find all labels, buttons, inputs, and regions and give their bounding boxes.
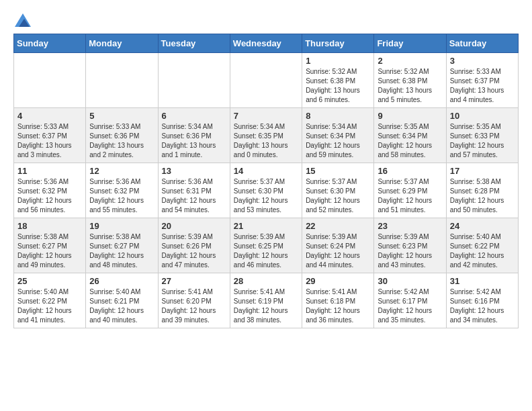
day-info: Sunrise: 5:33 AMSunset: 6:37 PMDaylight:… <box>17 122 82 160</box>
calendar-week-row-2: 4Sunrise: 5:33 AMSunset: 6:37 PMDaylight… <box>14 108 519 163</box>
calendar-cell: 29Sunrise: 5:41 AMSunset: 6:18 PMDayligh… <box>302 273 374 328</box>
calendar-cell: 1Sunrise: 5:32 AMSunset: 6:38 PMDaylight… <box>302 53 374 108</box>
calendar-cell: 31Sunrise: 5:42 AMSunset: 6:16 PMDayligh… <box>446 273 518 328</box>
day-info: Sunrise: 5:41 AMSunset: 6:20 PMDaylight:… <box>162 287 226 325</box>
day-number: 20 <box>162 221 226 231</box>
calendar-cell: 24Sunrise: 5:40 AMSunset: 6:22 PMDayligh… <box>446 218 518 273</box>
day-number: 7 <box>234 111 298 121</box>
calendar-cell: 23Sunrise: 5:39 AMSunset: 6:23 PMDayligh… <box>374 218 446 273</box>
day-number: 1 <box>306 56 370 66</box>
weekday-header-sunday: Sunday <box>14 34 86 53</box>
day-info: Sunrise: 5:37 AMSunset: 6:29 PMDaylight:… <box>378 177 442 215</box>
calendar-cell: 28Sunrise: 5:41 AMSunset: 6:19 PMDayligh… <box>230 273 302 328</box>
weekday-header-saturday: Saturday <box>446 34 518 53</box>
day-info: Sunrise: 5:42 AMSunset: 6:16 PMDaylight:… <box>450 287 515 325</box>
day-number: 30 <box>378 276 442 286</box>
calendar-table: SundayMondayTuesdayWednesdayThursdayFrid… <box>13 34 519 328</box>
calendar-cell: 20Sunrise: 5:39 AMSunset: 6:26 PMDayligh… <box>158 218 230 273</box>
day-info: Sunrise: 5:41 AMSunset: 6:18 PMDaylight:… <box>306 287 370 325</box>
day-number: 13 <box>162 166 226 176</box>
day-number: 3 <box>450 56 515 66</box>
calendar-cell: 11Sunrise: 5:36 AMSunset: 6:32 PMDayligh… <box>14 163 86 218</box>
day-info: Sunrise: 5:39 AMSunset: 6:26 PMDaylight:… <box>162 232 226 270</box>
calendar-cell: 16Sunrise: 5:37 AMSunset: 6:29 PMDayligh… <box>374 163 446 218</box>
day-number: 31 <box>450 276 515 286</box>
day-number: 25 <box>17 276 82 286</box>
day-number: 2 <box>378 56 442 66</box>
day-number: 22 <box>306 221 370 231</box>
day-info: Sunrise: 5:35 AMSunset: 6:33 PMDaylight:… <box>450 122 515 160</box>
calendar-cell: 27Sunrise: 5:41 AMSunset: 6:20 PMDayligh… <box>158 273 230 328</box>
calendar-cell: 5Sunrise: 5:33 AMSunset: 6:36 PMDaylight… <box>86 108 158 163</box>
calendar-cell: 22Sunrise: 5:39 AMSunset: 6:24 PMDayligh… <box>302 218 374 273</box>
day-number: 9 <box>378 111 442 121</box>
day-info: Sunrise: 5:37 AMSunset: 6:30 PMDaylight:… <box>234 177 298 215</box>
day-info: Sunrise: 5:34 AMSunset: 6:35 PMDaylight:… <box>234 122 298 160</box>
day-info: Sunrise: 5:34 AMSunset: 6:34 PMDaylight:… <box>306 122 370 160</box>
day-number: 26 <box>89 276 154 286</box>
calendar-cell: 26Sunrise: 5:40 AMSunset: 6:21 PMDayligh… <box>86 273 158 328</box>
calendar-week-row-3: 11Sunrise: 5:36 AMSunset: 6:32 PMDayligh… <box>14 163 519 218</box>
day-info: Sunrise: 5:35 AMSunset: 6:34 PMDaylight:… <box>378 122 442 160</box>
day-info: Sunrise: 5:36 AMSunset: 6:32 PMDaylight:… <box>89 177 154 215</box>
day-info: Sunrise: 5:40 AMSunset: 6:21 PMDaylight:… <box>89 287 154 325</box>
calendar-week-row-1: 1Sunrise: 5:32 AMSunset: 6:38 PMDaylight… <box>14 53 519 108</box>
calendar-cell: 21Sunrise: 5:39 AMSunset: 6:25 PMDayligh… <box>230 218 302 273</box>
calendar-cell <box>14 53 86 108</box>
day-info: Sunrise: 5:33 AMSunset: 6:36 PMDaylight:… <box>89 122 154 160</box>
calendar-cell <box>86 53 158 108</box>
day-number: 14 <box>234 166 298 176</box>
day-number: 4 <box>17 111 82 121</box>
calendar-cell: 3Sunrise: 5:33 AMSunset: 6:37 PMDaylight… <box>446 53 518 108</box>
weekday-header-friday: Friday <box>374 34 446 53</box>
day-info: Sunrise: 5:38 AMSunset: 6:27 PMDaylight:… <box>89 232 154 270</box>
day-number: 19 <box>89 221 154 231</box>
day-info: Sunrise: 5:38 AMSunset: 6:27 PMDaylight:… <box>17 232 82 270</box>
calendar-cell: 19Sunrise: 5:38 AMSunset: 6:27 PMDayligh… <box>86 218 158 273</box>
day-number: 27 <box>162 276 226 286</box>
day-number: 18 <box>17 221 82 231</box>
calendar-cell: 4Sunrise: 5:33 AMSunset: 6:37 PMDaylight… <box>14 108 86 163</box>
day-number: 11 <box>17 166 82 176</box>
day-number: 12 <box>89 166 154 176</box>
day-info: Sunrise: 5:38 AMSunset: 6:28 PMDaylight:… <box>450 177 515 215</box>
day-number: 10 <box>450 111 515 121</box>
day-info: Sunrise: 5:41 AMSunset: 6:19 PMDaylight:… <box>234 287 298 325</box>
day-number: 8 <box>306 111 370 121</box>
day-number: 15 <box>306 166 370 176</box>
day-number: 28 <box>234 276 298 286</box>
day-number: 17 <box>450 166 515 176</box>
logo-icon <box>15 13 31 27</box>
day-info: Sunrise: 5:37 AMSunset: 6:30 PMDaylight:… <box>306 177 370 215</box>
day-number: 29 <box>306 276 370 286</box>
day-info: Sunrise: 5:33 AMSunset: 6:37 PMDaylight:… <box>450 67 515 105</box>
day-number: 5 <box>89 111 154 121</box>
calendar-cell <box>158 53 230 108</box>
calendar-cell: 10Sunrise: 5:35 AMSunset: 6:33 PMDayligh… <box>446 108 518 163</box>
page-header <box>13 13 519 27</box>
calendar-cell: 9Sunrise: 5:35 AMSunset: 6:34 PMDaylight… <box>374 108 446 163</box>
calendar-cell: 30Sunrise: 5:42 AMSunset: 6:17 PMDayligh… <box>374 273 446 328</box>
day-info: Sunrise: 5:40 AMSunset: 6:22 PMDaylight:… <box>17 287 82 325</box>
day-info: Sunrise: 5:36 AMSunset: 6:31 PMDaylight:… <box>162 177 226 215</box>
calendar-week-row-5: 25Sunrise: 5:40 AMSunset: 6:22 PMDayligh… <box>14 273 519 328</box>
day-info: Sunrise: 5:39 AMSunset: 6:25 PMDaylight:… <box>234 232 298 270</box>
day-info: Sunrise: 5:32 AMSunset: 6:38 PMDaylight:… <box>306 67 370 105</box>
calendar-cell <box>230 53 302 108</box>
day-number: 6 <box>162 111 226 121</box>
day-info: Sunrise: 5:40 AMSunset: 6:22 PMDaylight:… <box>450 232 515 270</box>
calendar-cell: 18Sunrise: 5:38 AMSunset: 6:27 PMDayligh… <box>14 218 86 273</box>
weekday-header-row: SundayMondayTuesdayWednesdayThursdayFrid… <box>14 34 519 53</box>
calendar-cell: 12Sunrise: 5:36 AMSunset: 6:32 PMDayligh… <box>86 163 158 218</box>
day-number: 23 <box>378 221 442 231</box>
day-info: Sunrise: 5:36 AMSunset: 6:32 PMDaylight:… <box>17 177 82 215</box>
day-info: Sunrise: 5:39 AMSunset: 6:24 PMDaylight:… <box>306 232 370 270</box>
day-number: 24 <box>450 221 515 231</box>
calendar-cell: 6Sunrise: 5:34 AMSunset: 6:36 PMDaylight… <box>158 108 230 163</box>
day-info: Sunrise: 5:34 AMSunset: 6:36 PMDaylight:… <box>162 122 226 160</box>
calendar-cell: 7Sunrise: 5:34 AMSunset: 6:35 PMDaylight… <box>230 108 302 163</box>
calendar-cell: 15Sunrise: 5:37 AMSunset: 6:30 PMDayligh… <box>302 163 374 218</box>
logo <box>13 13 31 27</box>
calendar-cell: 17Sunrise: 5:38 AMSunset: 6:28 PMDayligh… <box>446 163 518 218</box>
calendar-cell: 8Sunrise: 5:34 AMSunset: 6:34 PMDaylight… <box>302 108 374 163</box>
